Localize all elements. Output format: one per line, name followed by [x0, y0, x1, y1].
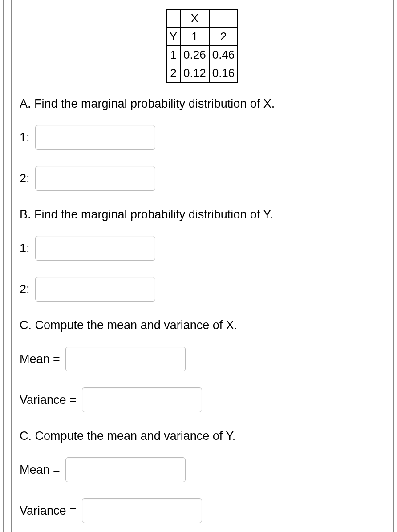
section-a-prompt: A. Find the marginal probability distrib… — [20, 96, 385, 112]
label-mean-y: Mean = — [20, 463, 60, 477]
label-b2: 2: — [20, 282, 30, 296]
input-row-b2: 2: — [20, 277, 385, 302]
label-a2: 2: — [20, 172, 30, 185]
input-row-mean-x: Mean = — [20, 347, 385, 371]
input-x-marginal-2[interactable] — [35, 166, 155, 191]
label-b1: 1: — [20, 242, 30, 255]
input-variance-y[interactable] — [82, 498, 202, 523]
input-y-marginal-2[interactable] — [35, 277, 155, 302]
table-cell: 0.12 — [180, 64, 209, 82]
section-c-y: C. Compute the mean and variance of Y. M… — [20, 428, 385, 523]
input-row-a1: 1: — [20, 125, 385, 150]
label-mean-x: Mean = — [20, 352, 60, 366]
input-variance-x[interactable] — [82, 387, 202, 412]
table-col-header: 2 — [209, 28, 238, 46]
input-row-b1: 1: — [20, 236, 385, 261]
probability-table: X Y 1 2 1 0.26 0.46 2 0.12 0.16 — [166, 9, 239, 83]
input-row-variance-y: Variance = — [20, 498, 385, 523]
section-b-prompt: B. Find the marginal probability distrib… — [20, 207, 385, 222]
input-row-a2: 2: — [20, 166, 385, 191]
input-x-marginal-1[interactable] — [35, 125, 155, 150]
table-cell-empty — [209, 9, 238, 28]
section-b: B. Find the marginal probability distrib… — [20, 207, 385, 302]
table-cell: 0.46 — [209, 46, 238, 64]
table-header-x: X — [180, 9, 209, 28]
table-row-header: 2 — [166, 64, 180, 82]
section-c-x: C. Compute the mean and variance of X. M… — [20, 318, 385, 412]
table-cell: 0.16 — [209, 64, 238, 82]
section-a: A. Find the marginal probability distrib… — [20, 96, 385, 191]
input-y-marginal-1[interactable] — [35, 236, 155, 261]
table-col-header: 1 — [180, 28, 209, 46]
table-cell-empty — [166, 9, 180, 28]
section-c-x-prompt: C. Compute the mean and variance of X. — [20, 318, 385, 333]
label-variance-y: Variance = — [20, 504, 77, 518]
input-mean-y[interactable] — [65, 457, 186, 482]
content-area: X Y 1 2 1 0.26 0.46 2 0.12 0.16 A. Find … — [11, 0, 393, 532]
table-header-y: Y — [166, 28, 180, 46]
input-mean-x[interactable] — [65, 347, 186, 371]
input-row-mean-y: Mean = — [20, 457, 385, 482]
input-row-variance-x: Variance = — [20, 387, 385, 412]
label-variance-x: Variance = — [20, 393, 77, 407]
page-frame: X Y 1 2 1 0.26 0.46 2 0.12 0.16 A. Find … — [3, 0, 394, 532]
section-c-y-prompt: C. Compute the mean and variance of Y. — [20, 428, 385, 444]
table-cell: 0.26 — [180, 46, 209, 64]
label-a1: 1: — [20, 131, 30, 145]
table-row-header: 1 — [166, 46, 180, 64]
